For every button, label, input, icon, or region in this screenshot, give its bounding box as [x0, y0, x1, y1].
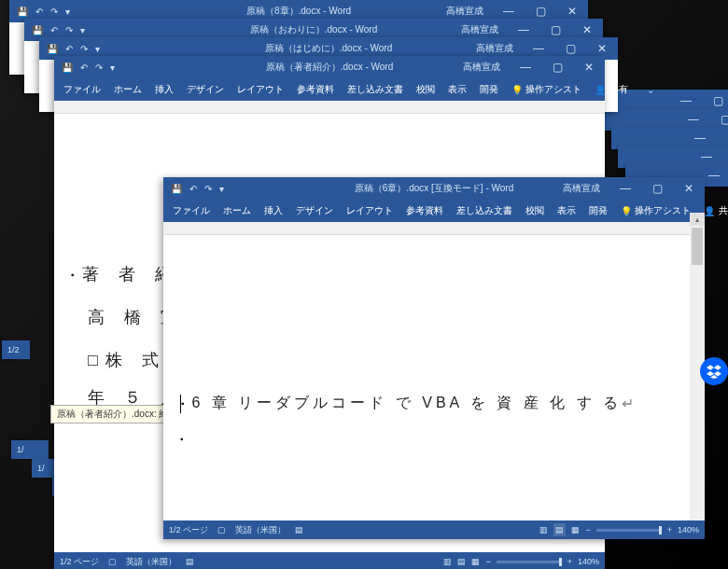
tab-view[interactable]: 表示 — [448, 83, 467, 96]
dropbox-badge-icon[interactable] — [700, 357, 728, 385]
doc-title: 原稿（おわりに）.docx — [250, 24, 347, 35]
ruler[interactable] — [163, 222, 705, 235]
redo-icon[interactable]: ↷ — [50, 7, 58, 17]
tab-insert[interactable]: 挿入 — [155, 83, 174, 96]
tab-developer[interactable]: 開発 — [480, 83, 498, 96]
tab-design[interactable]: デザイン — [187, 83, 224, 96]
save-icon[interactable]: 💾 — [171, 184, 182, 194]
doc-title: 原稿（8章）.docx — [246, 6, 320, 16]
qat-dropdown-icon[interactable]: ▾ — [65, 7, 70, 17]
tab-layout[interactable]: レイアウト — [237, 83, 284, 96]
document-area[interactable]: ▪ 6 章 リーダブルコード で VBA を 資 産 化 す る ↵ ▪ — [163, 235, 705, 520]
qat-dropdown-icon[interactable]: ▾ — [95, 44, 100, 54]
redo-icon[interactable]: ↷ — [65, 25, 73, 35]
minimize-icon[interactable]: — — [609, 177, 641, 200]
zoom-slider[interactable] — [596, 529, 662, 532]
tab-references[interactable]: 参考資料 — [406, 204, 443, 217]
tab-review[interactable]: 校閲 — [416, 83, 435, 96]
view-print-icon[interactable]: ▤ — [553, 523, 566, 536]
user-name[interactable]: 高橋宣成 — [437, 5, 493, 18]
undo-icon[interactable]: ↶ — [80, 62, 88, 73]
tab-layout[interactable]: レイアウト — [346, 204, 393, 217]
share-button[interactable]: 👤 共有 — [595, 83, 628, 96]
compat-mode: [互換モード] — [431, 183, 483, 193]
scroll-up-icon[interactable]: ▴ — [690, 213, 705, 226]
scroll-thumb[interactable] — [692, 228, 703, 265]
book-icon[interactable]: ▢ — [217, 525, 226, 534]
doc-title: 原稿（6章）.docx — [355, 183, 428, 193]
doc-title: 原稿（はじめに）.docx — [265, 43, 362, 53]
tab-insert[interactable]: 挿入 — [264, 204, 283, 217]
tab-references[interactable]: 参考資料 — [297, 83, 334, 96]
tell-me-assist[interactable]: 💡 操作アシスト — [621, 204, 691, 217]
tab-mailings[interactable]: 差し込み文書 — [347, 83, 403, 96]
page-indicator[interactable]: 1/2 ページ — [60, 556, 99, 568]
user-name[interactable]: 高橋宣成 — [452, 23, 508, 36]
tab-review[interactable]: 校閲 — [525, 204, 544, 217]
page-indicator: 1/2 — [7, 345, 20, 354]
view-read-icon[interactable]: ▥ — [443, 557, 452, 566]
ruler[interactable] — [54, 101, 605, 114]
undo-icon[interactable]: ↶ — [189, 184, 197, 194]
tab-developer[interactable]: 開発 — [589, 204, 608, 217]
ribbon-collapse-icon[interactable]: ⌄ — [647, 85, 654, 95]
tab-file[interactable]: ファイル — [63, 83, 101, 96]
tab-home[interactable]: ホーム — [114, 83, 142, 96]
status-bar: 1/2 ページ ▢ 英語（米国） ▤ ▥ ▤ ▦ − + 140% — [54, 552, 605, 569]
tell-me-assist[interactable]: 💡 操作アシスト — [511, 83, 581, 96]
save-icon[interactable]: 💾 — [62, 62, 73, 73]
undo-icon[interactable]: ↶ — [50, 25, 58, 35]
page-indicator[interactable]: 1/2 ページ — [169, 524, 208, 536]
status-bar: 1/2 ページ ▢ 英語（米国） ▤ ▥ ▤ ▦ − + 140% — [163, 520, 705, 539]
close-icon[interactable]: ✕ — [673, 177, 705, 200]
tooltip: 原稿（著者紹介）.docx: 約 — [50, 405, 175, 423]
view-read-icon[interactable]: ▥ — [539, 525, 548, 534]
bullet-icon: ▪ — [71, 270, 75, 280]
user-name[interactable]: 高橋宣成 — [454, 61, 510, 74]
ribbon-tabs: ファイル ホーム 挿入 デザイン レイアウト 参考資料 差し込み文書 校閲 表示… — [163, 200, 705, 222]
tab-home[interactable]: ホーム — [223, 204, 251, 217]
zoom-in-icon[interactable]: + — [667, 525, 672, 534]
maximize-icon[interactable]: ▢ — [541, 56, 573, 78]
redo-icon[interactable]: ↷ — [80, 44, 88, 54]
word-window-front[interactable]: 💾 ↶ ↷ ▾ 原稿（6章）.docx [互換モード] - Word 高橋宣成 … — [163, 177, 705, 539]
book-icon[interactable]: ▢ — [108, 557, 117, 566]
view-print-icon[interactable]: ▤ — [457, 557, 466, 566]
qat-dropdown-icon[interactable]: ▾ — [219, 184, 224, 194]
zoom-level[interactable]: 140% — [678, 525, 699, 534]
user-name[interactable]: 高橋宣成 — [553, 182, 609, 195]
chapter-heading: 6 章 リーダブルコード で VBA を 資 産 化 す る — [192, 394, 622, 413]
redo-icon[interactable]: ↷ — [95, 62, 103, 73]
user-name[interactable]: 高橋宣成 — [467, 42, 523, 55]
language-indicator[interactable]: 英語（米国） — [235, 524, 286, 536]
close-icon[interactable]: ✕ — [573, 56, 605, 78]
maximize-icon[interactable]: ▢ — [641, 177, 673, 200]
tab-design[interactable]: デザイン — [296, 204, 333, 217]
macro-icon[interactable]: ▤ — [295, 525, 303, 534]
macro-icon[interactable]: ▤ — [186, 557, 194, 566]
undo-icon[interactable]: ↶ — [65, 44, 73, 54]
zoom-in-icon[interactable]: + — [567, 557, 572, 566]
undo-icon[interactable]: ↶ — [35, 7, 43, 17]
redo-icon[interactable]: ↷ — [204, 184, 212, 194]
tab-mailings[interactable]: 差し込み文書 — [456, 204, 512, 217]
bullet-icon: ▪ — [181, 398, 185, 409]
language-indicator[interactable]: 英語（米国） — [126, 556, 176, 568]
save-icon[interactable]: 💾 — [32, 25, 43, 35]
save-icon[interactable]: 💾 — [47, 44, 58, 54]
qat-dropdown-icon[interactable]: ▾ — [110, 62, 115, 73]
save-icon[interactable]: 💾 — [17, 7, 28, 17]
tab-file[interactable]: ファイル — [173, 204, 210, 217]
zoom-out-icon[interactable]: − — [485, 557, 490, 566]
tab-view[interactable]: 表示 — [557, 204, 576, 217]
ribbon-tabs: ファイル ホーム 挿入 デザイン レイアウト 参考資料 差し込み文書 校閲 表示… — [54, 78, 605, 101]
zoom-level[interactable]: 140% — [578, 557, 599, 566]
doc-title: 原稿（著者紹介）.docx — [266, 62, 363, 72]
view-web-icon[interactable]: ▦ — [471, 557, 480, 566]
qat-dropdown-icon[interactable]: ▾ — [80, 25, 85, 35]
share-button[interactable]: 👤 共有 — [704, 204, 728, 217]
zoom-slider[interactable] — [497, 561, 562, 563]
zoom-out-icon[interactable]: − — [585, 525, 590, 534]
view-web-icon[interactable]: ▦ — [571, 525, 580, 534]
minimize-icon[interactable]: — — [510, 56, 541, 78]
